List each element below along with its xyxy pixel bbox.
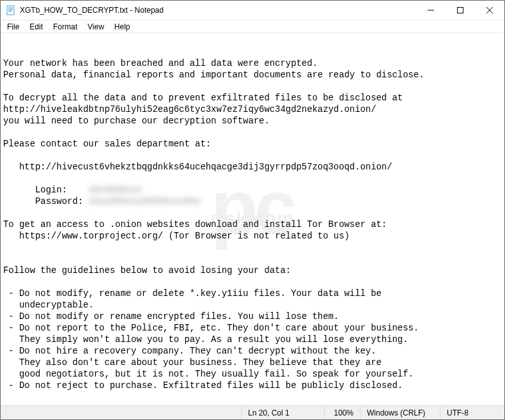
menu-edit[interactable]: Edit bbox=[24, 21, 48, 33]
status-zoom: 100% bbox=[325, 406, 361, 419]
status-spacer bbox=[1, 406, 242, 419]
close-button[interactable] bbox=[475, 1, 504, 20]
password-redacted: xXxxXXXxxxXXXXXxxxXXx bbox=[88, 196, 200, 207]
statusbar: Ln 20, Col 1 100% Windows (CRLF) UTF-8 bbox=[1, 405, 504, 419]
svg-rect-6 bbox=[458, 8, 463, 13]
window-title: XGTb_HOW_TO_DECRYPT.txt - Notepad bbox=[20, 6, 416, 15]
menu-view[interactable]: View bbox=[82, 21, 109, 33]
menu-help[interactable]: Help bbox=[109, 21, 136, 33]
menubar: File Edit Format View Help bbox=[1, 20, 504, 33]
status-line-ending: Windows (CRLF) bbox=[361, 406, 440, 419]
login-redacted: xXxXXXXxxx bbox=[88, 184, 141, 196]
notepad-icon bbox=[6, 5, 16, 15]
menu-format[interactable]: Format bbox=[48, 21, 82, 33]
minimize-button[interactable] bbox=[416, 1, 446, 20]
maximize-button[interactable] bbox=[446, 1, 475, 20]
status-position: Ln 20, Col 1 bbox=[242, 406, 325, 419]
window-controls bbox=[416, 1, 504, 20]
text-area[interactable]: pc risk.com REMOVE IT NOW Your network h… bbox=[1, 33, 504, 405]
titlebar: XGTb_HOW_TO_DECRYPT.txt - Notepad bbox=[1, 1, 504, 20]
menu-file[interactable]: File bbox=[2, 21, 24, 33]
notepad-window: XGTb_HOW_TO_DECRYPT.txt - Notepad File E… bbox=[0, 0, 505, 420]
document-text: Your network has been breached and all d… bbox=[3, 58, 502, 391]
status-encoding: UTF-8 bbox=[440, 406, 504, 419]
